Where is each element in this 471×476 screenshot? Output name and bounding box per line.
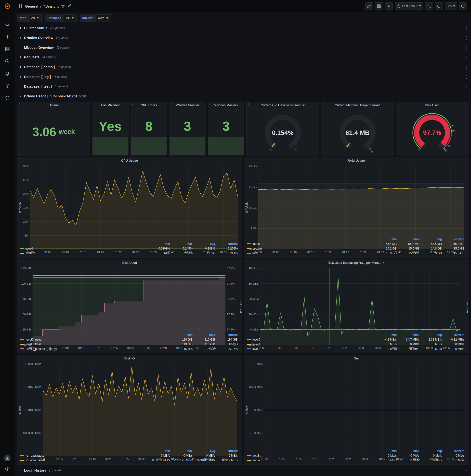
create-icon[interactable]: [5, 34, 10, 39]
legend-series-toggle[interactable]: system: [247, 247, 375, 250]
panel-info-icon[interactable]: i: [209, 103, 210, 105]
panel-info-icon[interactable]: i: [19, 356, 20, 358]
breadcrumb-title[interactable]: TDinsight: [43, 4, 59, 8]
time-picker-button[interactable]: Last 1 hour: [395, 2, 423, 10]
legend-series-toggle[interactable]: level0_percent (right-y): [20, 347, 171, 351]
panel-title[interactable]: Current CPU Usage of taosd: [247, 102, 319, 108]
panel-info-icon[interactable]: i: [132, 103, 133, 105]
legend-series-toggle[interactable]: taosd: [247, 242, 375, 246]
svg-text:10%: 10%: [23, 220, 29, 223]
refresh-button[interactable]: [435, 2, 443, 10]
row-login-history[interactable]: Login History (1 panel): [17, 466, 469, 475]
user-avatar[interactable]: [4, 455, 11, 461]
row-drag-handle[interactable]: [464, 26, 467, 30]
add-panel-icon: [367, 4, 371, 8]
row-dnodes-overview[interactable]: DNodes Overview (4 panels): [17, 34, 469, 42]
add-panel-button[interactable]: [365, 2, 373, 10]
legend-series-toggle[interactable]: system: [20, 252, 148, 255]
panel-title[interactable]: Current Memory Usage of taosd: [321, 102, 394, 108]
panel-info-icon[interactable]: i: [246, 356, 246, 358]
dashboards-icon[interactable]: [5, 47, 10, 51]
breadcrumb-section[interactable]: General: [25, 4, 38, 8]
save-dashboard-button[interactable]: [375, 2, 383, 10]
legend-series-row: net_out0 Mb/s0 Mb/s0 Mb/s0 Mb/s: [247, 458, 465, 462]
panel-info-icon[interactable]: i: [19, 260, 20, 263]
row-title: Requests: [24, 55, 39, 59]
search-icon[interactable]: [5, 22, 10, 27]
legend-series-toggle[interactable]: level0: [247, 338, 375, 341]
panel-info-icon[interactable]: i: [94, 103, 94, 105]
legend-series-toggle[interactable]: level0_total: [20, 342, 171, 346]
stat-sparkline: [169, 137, 205, 155]
svg-text:20 MB/s: 20 MB/s: [249, 298, 259, 301]
panel-title[interactable]: CPU Usage: [17, 157, 242, 164]
panel-cpu-usage-chart: i CPU Usage 01:0001:0501:1001:1501:2001:…: [17, 157, 242, 258]
legend-series-toggle[interactable]: net_in: [247, 454, 375, 457]
panel-info-icon[interactable]: i: [397, 103, 398, 105]
panel-title[interactable]: VNodes Number: [169, 102, 205, 108]
server-admin-shield-icon[interactable]: [5, 96, 10, 101]
legend-series-toggle[interactable]: io_write_taosd: [20, 459, 148, 462]
panel-title[interactable]: Net: [244, 355, 468, 361]
legend-series-toggle[interactable]: level0_used: [20, 338, 171, 341]
share-icon[interactable]: [67, 4, 71, 8]
panel-info-icon[interactable]: i: [248, 103, 249, 105]
explore-compass-icon[interactable]: [5, 59, 10, 64]
panel-title[interactable]: RAM Usage: [244, 157, 468, 164]
legend-series-toggle[interactable]: level2: [247, 347, 375, 351]
help-icon[interactable]: [5, 466, 10, 471]
panel-info-icon[interactable]: i: [323, 103, 324, 105]
configuration-gear-icon[interactable]: [5, 84, 10, 88]
chevron-down-icon: [72, 17, 74, 19]
row-title: Database: [ test ]: [24, 85, 52, 88]
panel-gauge-disk-used: i Disk Used 010075809597.7%: [396, 102, 469, 156]
row-drag-handle[interactable]: [464, 468, 467, 473]
row-database-log[interactable]: Database: [ log ] (5 panels): [17, 73, 469, 81]
row-drag-handle[interactable]: [464, 45, 467, 50]
row-requests[interactable]: Requests (4 panels): [17, 53, 469, 62]
row-mnodes-overview[interactable]: MNodes Overview (2 panels): [17, 43, 469, 52]
panel-title[interactable]: Disk Used Increasing Rate per Minute: [244, 259, 468, 266]
dashboard-settings-button[interactable]: [385, 2, 393, 10]
panel-title[interactable]: Uptime: [17, 102, 90, 108]
panel-title[interactable]: CPU Cores: [131, 102, 167, 108]
variable-interval[interactable]: Interval auto: [80, 15, 111, 22]
alerting-bell-icon[interactable]: [5, 71, 10, 76]
row-drag-handle[interactable]: [464, 75, 467, 79]
row-drag-handle[interactable]: [464, 35, 467, 40]
panel-title[interactable]: Has MNode?: [92, 102, 128, 108]
svg-text:30%: 30%: [23, 165, 29, 168]
legend-series-toggle[interactable]: total: [247, 252, 375, 255]
grafana-logo[interactable]: [0, 0, 15, 12]
legend-series-toggle[interactable]: net_out: [247, 459, 375, 462]
stat-sparkline: [131, 137, 167, 155]
row-database-demo[interactable]: Database: [ demo ] (5 panels): [17, 63, 469, 71]
row-cluster-status[interactable]: Cluster Status (21 panels): [17, 24, 469, 32]
panel-title[interactable]: Disk Used: [396, 102, 468, 108]
panel-info-icon[interactable]: i: [246, 260, 246, 263]
variable-database[interactable]: Database All: [45, 15, 77, 22]
cycle-view-button[interactable]: [459, 2, 467, 10]
row-drag-handle[interactable]: [464, 84, 467, 89]
panel-title[interactable]: Disk Used: [17, 259, 242, 266]
legend-series-toggle[interactable]: io_read_taosd: [20, 454, 148, 457]
row-drag-handle[interactable]: [464, 55, 467, 59]
panel-info-icon[interactable]: i: [19, 158, 20, 161]
row-database-test[interactable]: Database: [ test ] (5 panels): [17, 82, 469, 90]
star-icon[interactable]: [61, 4, 65, 8]
variable-fqdn[interactable]: fqdn All: [17, 15, 42, 22]
row-dnode-usage[interactable]: DNode Usage [ huolinhe-TM1701:6030 ]: [17, 92, 469, 100]
panel-title[interactable]: Disk IO: [17, 355, 242, 361]
panel-info-icon[interactable]: i: [19, 103, 20, 105]
refresh-interval-button[interactable]: 30s: [445, 2, 457, 10]
net-legend: minmaxavgcurrentnet_in0 Mb/s0 Mb/s0 Mb/s…: [244, 448, 468, 464]
panel-info-icon[interactable]: i: [171, 103, 171, 105]
legend-series-toggle[interactable]: level1: [247, 342, 375, 346]
panel-title[interactable]: VNodes Masters: [208, 102, 244, 108]
row-drag-handle[interactable]: [464, 65, 467, 69]
zoom-out-button[interactable]: [425, 2, 433, 10]
legend-series-toggle[interactable]: taosd: [20, 247, 148, 250]
panel-info-icon[interactable]: i: [246, 158, 246, 161]
svg-text:97.7%: 97.7%: [227, 313, 235, 316]
svg-text:50 GiB: 50 GiB: [23, 313, 31, 316]
